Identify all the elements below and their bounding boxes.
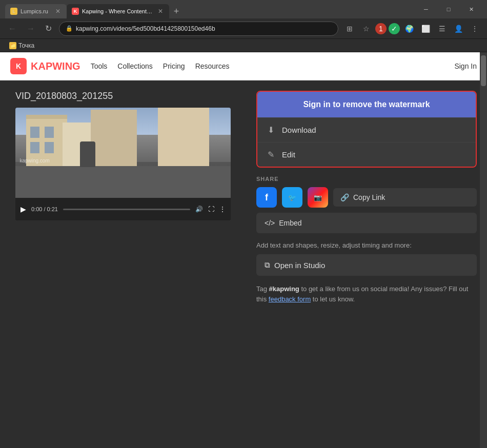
video-scene: kapwing.com [15, 108, 231, 198]
video-controls: ▶ 0:00 / 0:21 🔊 ⛶ ⋮ [15, 198, 231, 220]
twitter-button[interactable]: 🐦 [282, 187, 302, 208]
nav-link-collections[interactable]: Collections [117, 62, 152, 70]
tab-title-kapwing: Kapwing - Where Content Creati... [82, 8, 154, 14]
bookmarks-bar: 📁 Точка [0, 39, 487, 52]
nav-link-resources[interactable]: Resources [195, 62, 230, 70]
bookmark-folder-icon: 📁 [9, 42, 16, 49]
edit-icon: ✎ [266, 150, 276, 159]
link-icon: 🔗 [340, 193, 349, 201]
refresh-button[interactable]: ↻ [42, 22, 55, 35]
kapwing-logo-text: KAPWING [31, 60, 80, 72]
extension-icon4[interactable]: ⬜ [418, 22, 433, 36]
tab-close-lumpics[interactable]: ✕ [54, 7, 62, 16]
lock-icon: 🔒 [66, 25, 73, 32]
extension-icon2[interactable]: ✓ [389, 23, 400, 34]
page-content: K KAPWING Tools Collections Pricing Reso… [0, 52, 487, 448]
footer-pre: Tag [256, 285, 269, 293]
bookmark-star-icon[interactable]: ☆ [359, 22, 373, 36]
scrollbar-thumb[interactable] [481, 55, 486, 86]
footer-hashtag: #kapwing [269, 285, 299, 293]
tabs-bar: L Lumpics.ru ✕ K Kapwing - Where Content… [5, 0, 411, 18]
studio-label: Open in Studio [274, 261, 325, 270]
video-thumbnail: kapwing.com [15, 108, 231, 198]
minimize-button[interactable]: ─ [415, 2, 437, 16]
footer-end: to let us know. [311, 295, 355, 303]
video-container: kapwing.com ▶ 0:00 / 0:21 🔊 ⛶ ⋮ [15, 108, 231, 220]
download-label: Download [282, 126, 316, 134]
time-display: 0:00 / 0:21 [31, 206, 58, 212]
share-label: SHARE [256, 176, 477, 182]
nav-links: Tools Collections Pricing Resources [91, 62, 444, 70]
bookmark-tochka[interactable]: 📁 Точка [5, 41, 38, 50]
close-button[interactable]: ✕ [460, 2, 482, 16]
copy-link-label: Copy Link [353, 193, 385, 201]
studio-description: Add text and shapes, resize, adjust timi… [256, 241, 477, 249]
studio-icon: ⧉ [265, 260, 270, 270]
video-watermark: kapwing.com [19, 158, 49, 164]
back-button[interactable]: ← [5, 22, 19, 35]
tab-favicon-kapwing: K [72, 8, 79, 15]
kapwing-logo[interactable]: K KAPWING [10, 58, 80, 74]
nav-link-pricing[interactable]: Pricing [163, 62, 185, 70]
statue [80, 141, 95, 167]
tab-kapwing[interactable]: K Kapwing - Where Content Creati... ✕ [67, 4, 169, 18]
url-bar[interactable]: 🔒 kapwing.com/videos/5ed500bd41425800150… [59, 22, 338, 36]
sign-in-button[interactable]: Sign In [454, 62, 477, 70]
watermark-remove-button[interactable]: Sign in to remove the watermark [257, 92, 476, 117]
browser-titlebar: L Lumpics.ru ✕ K Kapwing - Where Content… [0, 0, 487, 18]
maximize-button[interactable]: □ [438, 2, 459, 16]
window-controls: ─ □ ✕ [415, 2, 482, 16]
left-panel: VID_20180803_201255 kapwing.com ▶ [15, 91, 241, 304]
new-tab-button[interactable]: + [169, 4, 184, 18]
profile-icon[interactable]: 👤 [451, 22, 465, 36]
url-text: kapwing.com/videos/5ed500bd41425800150ed… [76, 25, 332, 32]
extension-icon1[interactable]: 1 [375, 23, 387, 34]
social-row: f 🐦 📷 🔗 Copy Link [256, 187, 477, 208]
action-box: Sign in to remove the watermark ⬇ Downlo… [256, 91, 477, 168]
feedback-link[interactable]: feedback form [269, 295, 311, 303]
instagram-button[interactable]: 📷 [308, 187, 328, 208]
video-title: VID_20180803_201255 [15, 91, 241, 101]
edit-label: Edit [282, 150, 295, 159]
menu-icon[interactable]: ⋮ [468, 22, 482, 36]
tab-favicon-lumpics: L [10, 8, 17, 15]
address-actions: ⊞ ☆ 1 ✓ 🌍 ⬜ ☰ 👤 ⋮ [342, 22, 482, 36]
embed-button[interactable]: </> Embed [256, 213, 477, 233]
address-bar: ← → ↻ 🔒 kapwing.com/videos/5ed500bd41425… [0, 18, 487, 39]
embed-icon: </> [265, 219, 275, 227]
tab-close-kapwing[interactable]: ✕ [157, 7, 164, 16]
extension-icon3[interactable]: 🌍 [402, 22, 416, 36]
right-panel: Sign in to remove the watermark ⬇ Downlo… [256, 91, 477, 304]
embed-label: Embed [279, 219, 301, 227]
tab-title-lumpics: Lumpics.ru [21, 8, 51, 14]
main-content: VID_20180803_201255 kapwing.com ▶ [0, 80, 487, 314]
bookmark-label: Точка [18, 42, 34, 49]
extension-icon5[interactable]: ☰ [435, 22, 449, 36]
page-scrollbar[interactable] [480, 52, 487, 448]
fullscreen-button[interactable]: ⛶ [208, 206, 214, 213]
download-icon: ⬇ [266, 125, 276, 135]
kapwing-navbar: K KAPWING Tools Collections Pricing Reso… [0, 52, 487, 80]
download-button[interactable]: ⬇ Download [257, 118, 476, 142]
more-button[interactable]: ⋮ [219, 206, 226, 213]
progress-bar[interactable] [63, 209, 190, 210]
ground [15, 166, 231, 198]
building-3 [91, 110, 137, 166]
volume-button[interactable]: 🔊 [195, 206, 203, 213]
edit-button[interactable]: ✎ Edit [257, 142, 476, 167]
facebook-button[interactable]: f [256, 187, 277, 208]
copy-link-button[interactable]: 🔗 Copy Link [333, 188, 477, 207]
tab-lumpics[interactable]: L Lumpics.ru ✕ [5, 4, 67, 18]
kapwing-logo-icon: K [10, 58, 27, 74]
building-4 [158, 108, 209, 166]
play-button[interactable]: ▶ [21, 205, 26, 213]
nav-link-tools[interactable]: Tools [91, 62, 108, 70]
footer-text: Tag #kapwing to get a like from us on so… [256, 284, 477, 304]
forward-button[interactable]: → [24, 22, 38, 35]
translate-icon[interactable]: ⊞ [342, 22, 357, 36]
open-in-studio-button[interactable]: ⧉ Open in Studio [256, 254, 477, 276]
